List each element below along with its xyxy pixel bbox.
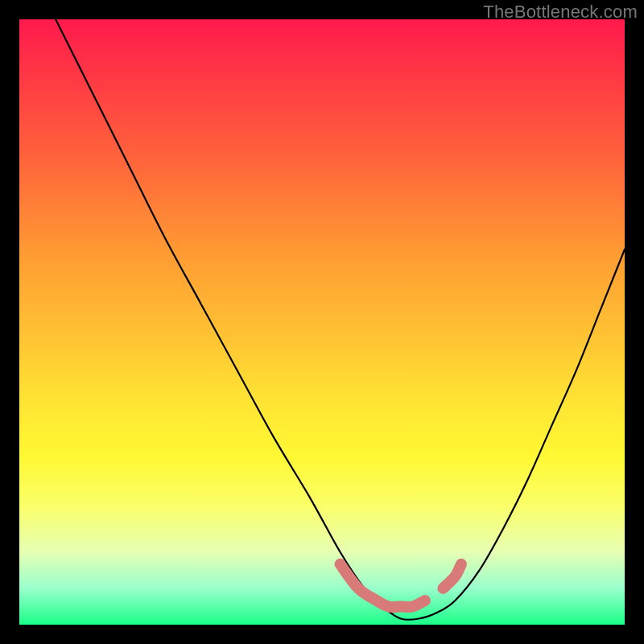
bottleneck-curve [56,19,625,620]
optimal-segment [443,564,461,588]
optimal-segment [341,564,425,607]
optimal-zone-markers [341,564,461,607]
curve-overlay [19,19,625,625]
chart-area [19,19,625,625]
